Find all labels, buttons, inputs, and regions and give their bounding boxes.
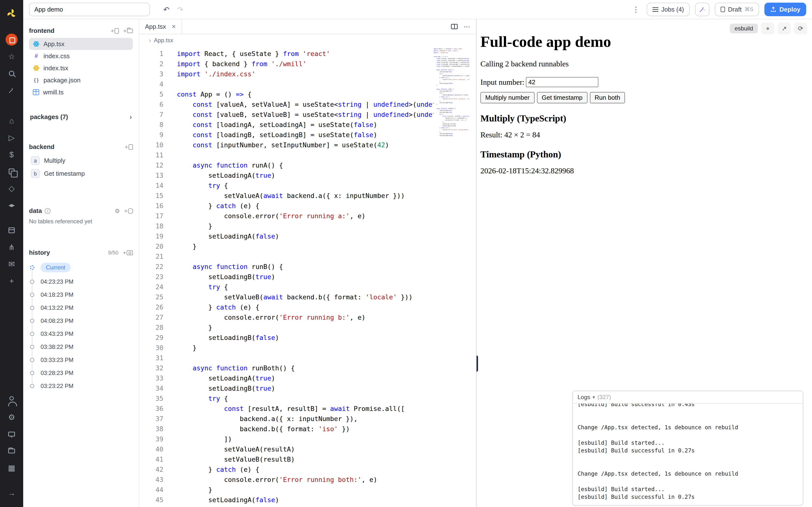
snapshot-icon[interactable]: + [123, 249, 133, 256]
cap-icon[interactable]: ◆ [3, 198, 20, 213]
inspect-icon[interactable]: ⌖ [761, 23, 774, 34]
code-line: } [177, 343, 456, 353]
workspace-icon[interactable] [3, 32, 20, 47]
data-settings-icon[interactable]: ⚙ [114, 208, 120, 214]
editor-tab-actions: ⋯ [451, 19, 476, 34]
file-item-app-tsx[interactable]: App.tsx [29, 38, 133, 50]
history-time: 03:43:23 PM [41, 331, 73, 337]
jobs-button[interactable]: Jobs (4) [647, 3, 690, 16]
code-line: try { [177, 282, 456, 292]
jobs-label: Jobs (4) [661, 6, 684, 13]
calendar-icon[interactable] [3, 223, 20, 237]
history-entry[interactable]: 04:18:23 PM [41, 288, 133, 301]
magic-wand-icon[interactable] [3, 83, 20, 98]
file-item-index-tsx[interactable]: index.tsx [29, 62, 133, 74]
code-line: const App = () => { [177, 89, 456, 100]
history-entry[interactable]: 03:28:23 PM [41, 367, 133, 380]
deploy-button[interactable]: Deploy [764, 3, 806, 16]
add-runnable-icon[interactable]: + [125, 144, 133, 151]
history-entry[interactable]: 03:23:22 PM [41, 380, 133, 393]
apps-grid-icon[interactable]: ▦ [3, 461, 20, 475]
runnable-b[interactable]: bGet timestamp [29, 167, 133, 180]
code-line: setLoadingA(false) [177, 495, 456, 505]
add-icon[interactable]: + [3, 274, 20, 288]
mail-icon[interactable]: ✉ [3, 257, 20, 271]
run-icon[interactable]: ▷ [3, 130, 20, 145]
history-entry[interactable]: 03:38:22 PM [41, 340, 133, 353]
ai-wand-button[interactable] [695, 3, 710, 16]
history-entry[interactable]: 04:23:23 PM [41, 275, 133, 288]
undo-button[interactable]: ↶ [161, 4, 171, 15]
redo-button[interactable]: ↷ [175, 4, 185, 15]
get-timestamp-button[interactable]: Get timestamp [537, 92, 588, 103]
minimap-content: import React, { useState } from 'react'i… [434, 48, 469, 136]
logs-content: [esbuild] Build successful in 0.43s Chan… [577, 404, 798, 501]
history-current[interactable]: Current [41, 261, 133, 274]
main-column: ↶ ↷ ⋮ Jobs (4) Draft ⌘S Deploy [23, 0, 812, 507]
refresh-icon[interactable]: ⟳ [794, 23, 807, 34]
file-item-wmill-ts[interactable]: wmill.ts [29, 86, 133, 98]
runnable-a[interactable]: aMultiply [29, 154, 133, 167]
code-line: setLoadingB(false) [177, 505, 456, 507]
file-item-package-json[interactable]: { }package.json [29, 74, 133, 86]
info-icon[interactable]: i [45, 208, 51, 214]
windmill-logo[interactable] [3, 6, 20, 21]
react-icon [33, 65, 40, 71]
json-icon: { } [33, 77, 40, 83]
draft-button[interactable]: Draft ⌘S [715, 3, 759, 16]
dollar-icon[interactable]: $ [3, 147, 20, 162]
timestamp-result: 2026-02-18T15:24:32.829968 [480, 166, 808, 175]
history-entry[interactable]: 04:13:22 PM [41, 301, 133, 314]
editor-code[interactable]: import React, { useState } from 'react'i… [163, 49, 456, 507]
history-entry[interactable]: 03:33:23 PM [41, 353, 133, 367]
data-section-header: data i ⚙ + [29, 207, 133, 215]
run-both-button[interactable]: Run both [590, 92, 625, 103]
file-name: index.css [44, 52, 69, 60]
close-tab-icon[interactable]: × [172, 23, 176, 31]
diamond-icon[interactable]: ◇ [3, 181, 20, 195]
add-table-icon[interactable]: + [124, 208, 133, 214]
logs-count: (327) [597, 394, 611, 400]
app-preview: esbuild ⌖ ↗ ⟳ Full-code app demo Calling… [476, 19, 812, 507]
panel-resize-handle[interactable] [476, 355, 478, 372]
draft-shortcut: ⌘S [745, 6, 754, 12]
open-external-icon[interactable]: ↗ [778, 23, 791, 34]
add-file-icon[interactable]: + [111, 27, 119, 34]
editor-more-icon[interactable]: ⋯ [463, 23, 470, 31]
screen-icon[interactable] [3, 427, 20, 441]
file-item-index-css[interactable]: #index.css [29, 50, 133, 62]
code-line: setValueB(resultB) [177, 454, 456, 464]
chevron-down-icon[interactable]: ▾ [593, 394, 595, 400]
user-icon[interactable] [3, 393, 20, 407]
star-icon[interactable]: ☆ [3, 49, 20, 64]
branch-icon[interactable]: ⋔ [3, 240, 20, 255]
section-timestamp-title: Timestamp (Python) [480, 149, 808, 160]
history-node-icon [30, 384, 34, 388]
current-badge: Current [41, 263, 70, 272]
history-node-icon [30, 319, 34, 323]
search-icon[interactable] [3, 66, 20, 80]
frontend-file-list: App.tsx#index.cssindex.tsx{ }package.jso… [29, 38, 133, 98]
history-entry[interactable]: 03:43:23 PM [41, 327, 133, 340]
code-line: setLoadingA(true) [177, 170, 456, 181]
number-input[interactable] [526, 77, 598, 87]
collapse-arrow-icon[interactable]: → [3, 486, 20, 500]
logs-body[interactable]: [esbuild] Build successful in 0.43s Chan… [573, 404, 803, 505]
kebab-menu-icon[interactable]: ⋮ [630, 4, 642, 15]
multiply-number-button[interactable]: Multiply number [480, 92, 535, 103]
home-icon[interactable]: ⌂ [3, 113, 20, 128]
settings-gear-icon[interactable]: ⚙ [3, 410, 20, 425]
folder-icon[interactable] [3, 444, 20, 458]
logs-title[interactable]: Logs [577, 394, 590, 400]
app-name-input[interactable] [29, 3, 150, 16]
tab-app-tsx[interactable]: App.tsx × [139, 19, 182, 34]
breadcrumb[interactable]: › App.tsx [139, 34, 476, 46]
minimap[interactable]: import React, { useState } from 'react'i… [434, 48, 469, 145]
layers-icon[interactable] [3, 164, 20, 179]
add-folder-icon[interactable]: + [123, 27, 133, 34]
split-editor-icon[interactable] [451, 24, 458, 29]
history-entry[interactable]: 04:08:23 PM [41, 314, 133, 327]
code-area[interactable]: 1234567891011121314151617181920212223242… [139, 46, 476, 507]
packages-toggle[interactable]: packages (7) › [29, 113, 133, 121]
history-node-icon [30, 345, 34, 349]
